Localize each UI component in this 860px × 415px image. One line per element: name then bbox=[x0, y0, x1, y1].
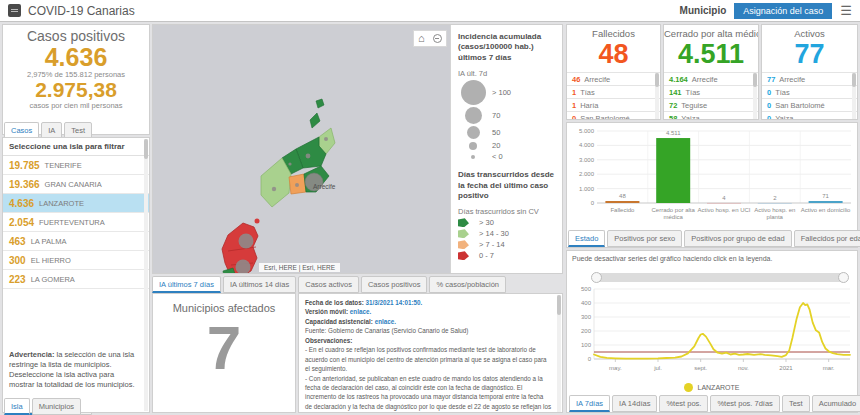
island-name: GRAN CANARIA bbox=[45, 180, 102, 189]
basemap-icon[interactable] bbox=[433, 34, 442, 43]
island-name: LA GOMERA bbox=[31, 275, 75, 284]
legend-ia-class-0: < 0 bbox=[458, 152, 555, 161]
app-title: COVID-19 Canarias bbox=[28, 4, 135, 18]
svg-text:3.000: 3.000 bbox=[579, 157, 595, 163]
island-count: 463 bbox=[9, 236, 26, 247]
info-version-label: Versión móvil: bbox=[305, 308, 348, 315]
island-row-lanzarote[interactable]: 4.636LANZAROTE bbox=[3, 194, 149, 213]
island-row-gran-canaria[interactable]: 19.366GRAN CANARIA bbox=[3, 175, 149, 194]
legend-ia-subtitle: IA últ. 7d bbox=[458, 69, 555, 78]
info-scrollbar[interactable] bbox=[557, 295, 561, 413]
tab-map-casos-poblaci-n[interactable]: % casos/población bbox=[429, 276, 506, 293]
tab-islands-municipios[interactable]: Municipios bbox=[32, 398, 81, 415]
tab-series-test[interactable]: Test bbox=[782, 395, 810, 412]
tab-islands-isla[interactable]: Isla bbox=[4, 398, 30, 415]
svg-text:2.000: 2.000 bbox=[579, 171, 595, 177]
island-row-la-palma[interactable]: 463LA PALMA bbox=[3, 232, 149, 251]
legend-ia-class-20: 20 bbox=[458, 141, 555, 150]
map-legend-panel: Incidencia acumulada (casos/100000 hab.)… bbox=[450, 25, 562, 273]
tab-map-ia-ltimos-14-d-as[interactable]: IA últimos 14 días bbox=[223, 276, 296, 293]
tab-estado-fallecidos-por-edad-y-sexo[interactable]: Fallecidos por edad y sexo bbox=[794, 230, 860, 247]
svg-text:300: 300 bbox=[581, 314, 592, 320]
tab-map-ia-ltimos-7-d-as[interactable]: IA últimos 7 días bbox=[152, 276, 221, 293]
info-capacity-link[interactable]: enlace. bbox=[375, 318, 396, 325]
map-canvas[interactable]: Arrecife ⌂ Esri, HERE | Esri, HERE bbox=[153, 25, 452, 273]
tab-series-test-pos[interactable]: %test pos. bbox=[659, 395, 708, 412]
bar-activo-en-domicilio bbox=[809, 201, 843, 203]
svg-text:0: 0 bbox=[591, 200, 595, 206]
island-panel-tabs: IslaMunicipios bbox=[4, 398, 81, 415]
svg-text:0: 0 bbox=[588, 356, 592, 362]
svg-text:nov.: nov. bbox=[738, 365, 749, 371]
map-symbol-yaiza bbox=[272, 187, 276, 191]
series-legend[interactable]: LANZAROTE bbox=[567, 383, 857, 392]
map-attribution: Esri, HERE | Esri, HERE bbox=[259, 263, 340, 272]
time-range-slider[interactable] bbox=[593, 273, 847, 282]
ia-line-chart: 0100200300400500may.jul.sept.nov.2021mar… bbox=[568, 285, 858, 383]
tab-series-ia-7d-as[interactable]: IA 7días bbox=[569, 395, 610, 412]
island-list-scrollbar[interactable] bbox=[144, 139, 148, 411]
svg-text:médica: médica bbox=[664, 214, 684, 220]
svg-text:2021: 2021 bbox=[779, 365, 793, 371]
tab-series-ia-14d-as[interactable]: IA 14días bbox=[612, 395, 657, 412]
home-icon[interactable]: ⌂ bbox=[418, 33, 425, 44]
legend-days-classes: > 30> 14 - 30> 7 - 140 - 7 bbox=[458, 218, 555, 260]
svg-text:48: 48 bbox=[619, 193, 626, 199]
island-row-fuerteventura[interactable]: 2.054FUERTEVENTURA bbox=[3, 213, 149, 232]
menu-icon[interactable]: ☰ bbox=[840, 4, 852, 17]
stat-row-yaiza: 0Yaiza bbox=[762, 111, 857, 120]
stat-value: 4.511 bbox=[664, 39, 758, 70]
legend-series-dot[interactable] bbox=[684, 383, 693, 392]
info-date-label: Fecha de los datos: bbox=[305, 299, 364, 306]
assign-case-button[interactable]: Asignación del caso bbox=[734, 3, 832, 19]
stat-scrollbar[interactable] bbox=[852, 73, 856, 119]
island-warning-bold: Advertencia: bbox=[9, 350, 54, 359]
island-row-tenerife[interactable]: 19.785TENERIFE bbox=[3, 156, 149, 175]
tab-estado-estado[interactable]: Estado bbox=[568, 230, 605, 247]
stat-value: 77 bbox=[762, 39, 857, 70]
info-bullets: - En el cuadro se reflejan los positivos… bbox=[305, 345, 552, 413]
island-row-el-hierro[interactable]: 300EL HIERRO bbox=[3, 251, 149, 270]
map-tabs-strip: IA últimos 7 díasIA últimos 14 díasCasos… bbox=[152, 276, 563, 292]
island-count: 2.054 bbox=[9, 217, 34, 228]
stat-row-san-bartolom: 0San Bartolomé bbox=[567, 111, 660, 120]
positive-cases-rate: 2.975,38 bbox=[3, 79, 149, 101]
legend-days-title: Días transcurridos desde la fecha del úl… bbox=[458, 170, 555, 201]
map-islet-north bbox=[316, 99, 324, 108]
svg-text:5.000: 5.000 bbox=[579, 128, 595, 134]
tab-estado-positivos-por-sexo[interactable]: Positivos por sexo bbox=[607, 230, 682, 247]
stat-value: 48 bbox=[567, 39, 660, 70]
info-source-line: Fuente: Gobierno de Canarias (Servicio C… bbox=[305, 327, 468, 334]
positive-cases-rate-label: casos por cien mil personas bbox=[3, 101, 149, 110]
island-count: 4.636 bbox=[9, 198, 34, 209]
map-toolbar: ⌂ bbox=[413, 30, 447, 47]
island-name: TENERIFE bbox=[45, 161, 82, 170]
tab-series-acumulado[interactable]: Acumulado bbox=[812, 395, 860, 412]
stat-row-har-a: 1Haría bbox=[567, 98, 660, 111]
map-islet-lobos bbox=[255, 219, 260, 224]
tab-map-casos-positivos[interactable]: Casos positivos bbox=[361, 276, 428, 293]
info-version-link[interactable]: enlace. bbox=[350, 308, 371, 315]
slider-handle-left[interactable] bbox=[591, 272, 602, 283]
tab-map-casos-activos[interactable]: Casos activos bbox=[298, 276, 359, 293]
stat-row-arrecife: 46Arrecife bbox=[567, 72, 660, 85]
island-row-la-gomera[interactable]: 223LA GOMERA bbox=[3, 270, 149, 289]
stat-scrollbar[interactable] bbox=[655, 73, 659, 119]
estado-chart-card: 01.0002.0003.0004.0005.00048Fallecido4.5… bbox=[566, 122, 858, 248]
stat-row-san-bartolom: 0San Bartolomé bbox=[762, 98, 857, 111]
app-header: COVID-19 Canarias Municipio Asignación d… bbox=[0, 0, 860, 22]
series-note: Puede desactivar series del gráfico haci… bbox=[567, 251, 857, 262]
tab-estado-positivos-por-grupo-de-edad[interactable]: Positivos por grupo de edad bbox=[684, 230, 791, 247]
tab-series-test-pos-7d-as[interactable]: %test pos. 7días bbox=[710, 395, 779, 412]
svg-text:100: 100 bbox=[581, 342, 592, 348]
stat-scrollbar[interactable] bbox=[753, 73, 757, 119]
island-filter-header: Seleccione una isla para filtrar bbox=[3, 138, 149, 156]
stat-card-fallecidos: Fallecidos4846Arrecife1Tías1Haría0San Ba… bbox=[566, 24, 661, 120]
svg-text:1.000: 1.000 bbox=[579, 186, 595, 192]
island-filter-panel: Seleccione una isla para filtrar 19.785T… bbox=[2, 137, 150, 413]
stat-row-arrecife: 77Arrecife bbox=[762, 72, 857, 85]
legend-days-class-30: > 30 bbox=[458, 218, 555, 227]
map-panel: Arrecife ⌂ Esri, HERE | Esri, HERE Incid… bbox=[152, 24, 563, 274]
slider-handle-right[interactable] bbox=[838, 272, 849, 283]
island-name: LANZAROTE bbox=[39, 199, 84, 208]
